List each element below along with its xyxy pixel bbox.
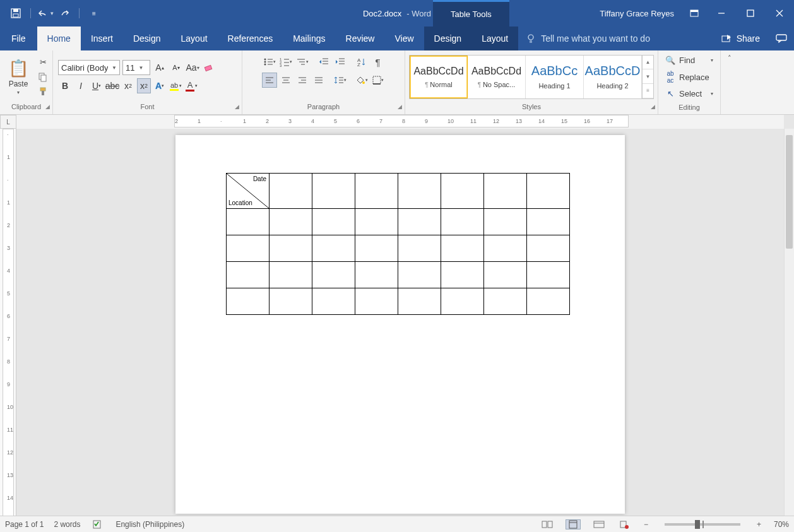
- vertical-scrollbar[interactable]: [784, 129, 794, 516]
- strikethrough-button[interactable]: abc: [105, 78, 119, 93]
- table-cell[interactable]: [527, 288, 570, 315]
- table-cell[interactable]: [441, 288, 484, 315]
- table-cell[interactable]: [527, 262, 570, 288]
- table-cell[interactable]: [227, 235, 270, 262]
- table-cell[interactable]: DateLocation: [227, 174, 270, 209]
- bullets-button[interactable]: ▾: [262, 54, 277, 69]
- table-cell[interactable]: [312, 174, 355, 209]
- maximize-button[interactable]: [736, 0, 765, 27]
- paste-button[interactable]: 📋 Paste ▾: [4, 57, 33, 97]
- find-button[interactable]: 🔍Find▾: [661, 53, 718, 68]
- scrollbar-thumb[interactable]: [786, 135, 793, 249]
- paragraph-launcher-icon[interactable]: ◢: [398, 103, 402, 110]
- styles-launcher-icon[interactable]: ◢: [651, 103, 655, 110]
- tab-view[interactable]: View: [384, 27, 424, 50]
- table-cell[interactable]: [270, 288, 312, 315]
- highlight-color-button[interactable]: ab▾: [169, 78, 182, 93]
- underline-button[interactable]: U▾: [90, 78, 104, 93]
- page-indicator[interactable]: Page 1 of 1: [5, 520, 44, 529]
- table-cell[interactable]: [527, 209, 570, 235]
- collapse-ribbon-button[interactable]: ˄: [721, 50, 738, 114]
- tab-file[interactable]: File: [0, 27, 37, 50]
- table-cell[interactable]: [312, 288, 355, 315]
- tab-selector[interactable]: L: [0, 115, 16, 129]
- table-cell[interactable]: [484, 235, 527, 262]
- qat-customize-icon[interactable]: ≡: [87, 6, 101, 20]
- numbering-button[interactable]: 123▾: [278, 54, 293, 69]
- table-cell[interactable]: [484, 262, 527, 288]
- bold-button[interactable]: B: [58, 78, 72, 93]
- align-left-button[interactable]: [262, 73, 277, 88]
- font-launcher-icon[interactable]: ◢: [235, 103, 239, 110]
- multilevel-list-button[interactable]: ▾: [295, 54, 310, 69]
- table-cell[interactable]: [270, 235, 312, 262]
- table-cell[interactable]: [398, 209, 441, 235]
- copy-button[interactable]: [35, 70, 50, 84]
- font-color-button[interactable]: A▾: [184, 78, 198, 93]
- table-cell[interactable]: [398, 235, 441, 262]
- line-spacing-button[interactable]: ▾: [333, 73, 348, 88]
- minimize-button[interactable]: [707, 0, 736, 27]
- zoom-level[interactable]: 70%: [774, 520, 789, 529]
- table-cell[interactable]: [355, 174, 398, 209]
- table-cell[interactable]: [312, 262, 355, 288]
- share-button[interactable]: Share: [713, 27, 769, 50]
- redo-icon[interactable]: [57, 6, 71, 20]
- language-indicator[interactable]: English (Philippines): [116, 520, 184, 529]
- show-marks-button[interactable]: ¶: [370, 54, 386, 69]
- text-effects-button[interactable]: A▾: [153, 78, 167, 93]
- table-cell[interactable]: [270, 209, 312, 235]
- gallery-down[interactable]: ▼: [643, 69, 653, 84]
- borders-button[interactable]: ▾: [370, 73, 386, 88]
- grow-font-button[interactable]: A▴: [153, 60, 167, 75]
- table-cell[interactable]: [227, 262, 270, 288]
- increase-indent-button[interactable]: [333, 54, 348, 69]
- style-normal[interactable]: AaBbCcDdNormal: [410, 56, 468, 98]
- zoom-in-button[interactable]: +: [754, 520, 764, 529]
- zoom-slider[interactable]: [665, 523, 740, 526]
- table-cell[interactable]: [527, 174, 570, 209]
- table-cell[interactable]: [355, 209, 398, 235]
- table-cell[interactable]: [312, 209, 355, 235]
- tab-references[interactable]: References: [218, 27, 283, 50]
- style-heading-2[interactable]: AaBbCcDHeading 2: [584, 56, 642, 98]
- web-layout-button[interactable]: [591, 520, 607, 529]
- table-cell[interactable]: [355, 235, 398, 262]
- justify-button[interactable]: [311, 73, 326, 88]
- tab-design[interactable]: Design: [123, 27, 171, 50]
- shading-button[interactable]: ▾: [354, 73, 369, 88]
- horizontal-ruler[interactable]: 21·123456789101112131415161718: [16, 115, 784, 129]
- table-cell[interactable]: [527, 235, 570, 262]
- gallery-up[interactable]: ▲: [643, 56, 653, 70]
- cut-button[interactable]: ✂: [35, 56, 50, 69]
- tab-review[interactable]: Review: [336, 27, 385, 50]
- comments-icon[interactable]: [769, 27, 794, 50]
- table-cell[interactable]: [398, 262, 441, 288]
- table-cell[interactable]: [441, 174, 484, 209]
- word-count[interactable]: 2 words: [54, 520, 80, 529]
- context-tab-design[interactable]: Design: [424, 27, 472, 50]
- chevron-down-icon[interactable]: ▼: [138, 65, 143, 71]
- subscript-button[interactable]: x2: [121, 78, 135, 93]
- context-tab-layout[interactable]: Layout: [471, 27, 518, 50]
- tab-mailings[interactable]: Mailings: [283, 27, 335, 50]
- tell-me-box[interactable]: Tell me what you want to do: [518, 27, 712, 50]
- tab-home[interactable]: Home: [37, 27, 81, 50]
- tab-layout[interactable]: Layout: [171, 27, 218, 50]
- table-cell[interactable]: [484, 288, 527, 315]
- table-cell[interactable]: [270, 174, 312, 209]
- replace-button[interactable]: abacReplace: [661, 68, 718, 86]
- vertical-ruler[interactable]: ·1·12345678910111213141516: [0, 129, 16, 516]
- spellcheck-icon[interactable]: [90, 520, 105, 529]
- document-scroll[interactable]: DateLocation: [16, 129, 784, 516]
- undo-icon[interactable]: ▾: [39, 6, 52, 20]
- clear-formatting-button[interactable]: [202, 60, 216, 75]
- page[interactable]: DateLocation: [175, 135, 625, 514]
- save-icon[interactable]: [9, 6, 23, 20]
- document-table[interactable]: DateLocation: [226, 173, 570, 315]
- table-cell[interactable]: [355, 262, 398, 288]
- shrink-font-button[interactable]: A▾: [169, 60, 183, 75]
- decrease-indent-button[interactable]: [316, 54, 331, 69]
- table-cell[interactable]: [355, 288, 398, 315]
- macro-record-icon[interactable]: [617, 520, 631, 529]
